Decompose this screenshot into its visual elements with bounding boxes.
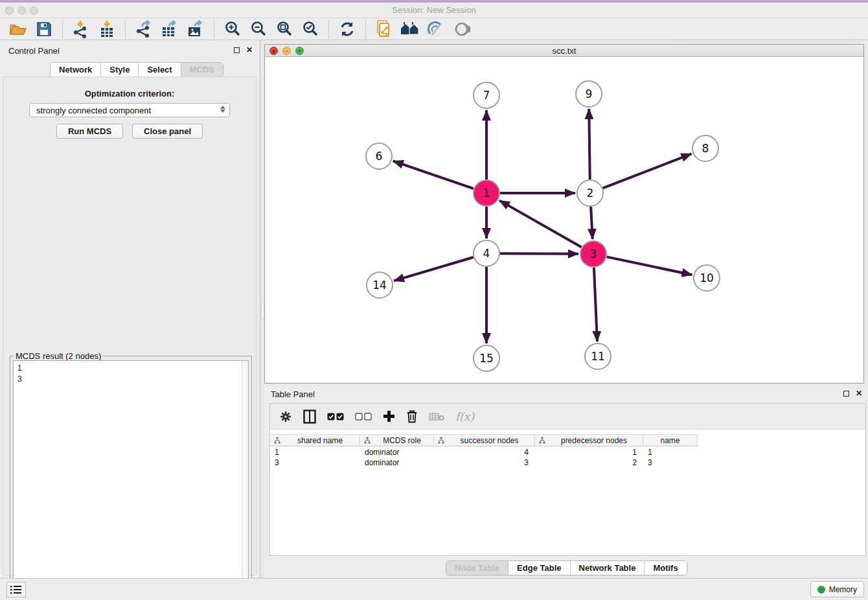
graph-node-label: 7 [483, 89, 490, 102]
export-image-icon[interactable] [186, 19, 205, 39]
table-row[interactable]: 1 dominator 4 1 1 [270, 447, 865, 457]
result-scrollbar[interactable] [242, 361, 248, 599]
close-table-panel-icon[interactable]: ✕ [856, 389, 862, 398]
graph-node-label: 14 [372, 279, 387, 292]
open-folder-icon[interactable] [8, 19, 28, 39]
graph-edge-4-3[interactable] [500, 253, 578, 254]
control-panel-tabs: Network Style Select MCDS [50, 62, 223, 77]
vertical-splitter[interactable] [260, 40, 264, 578]
cell-name[interactable]: 1 [643, 447, 698, 457]
delete-table-icon [429, 412, 444, 421]
zoom-out-icon[interactable] [249, 19, 268, 39]
cell-predecessor-nodes[interactable]: 2 [535, 457, 643, 468]
graph-node-label: 8 [702, 142, 709, 155]
tab-network[interactable]: Network [51, 63, 100, 76]
tab-motifs[interactable]: Motifs [644, 561, 686, 575]
mcds-result-textarea[interactable]: 1 3 [13, 360, 249, 600]
zoom-fit-icon[interactable] [275, 19, 294, 39]
toolbar-separator [328, 20, 329, 38]
graph-edge-2-3[interactable] [591, 207, 593, 239]
export-network-icon[interactable] [134, 19, 154, 39]
export-table-icon[interactable] [160, 19, 179, 39]
graph-edge-3-1[interactable] [499, 200, 582, 247]
memory-status-dot [817, 586, 825, 594]
main-toolbar [0, 18, 868, 40]
save-icon[interactable] [34, 19, 54, 39]
tab-style[interactable]: Style [100, 63, 138, 76]
cell-successor-nodes[interactable]: 3 [434, 457, 535, 468]
optimization-criterion-select[interactable]: strongly connected component [29, 103, 230, 117]
column-type-icon [438, 437, 444, 444]
mcds-result-text: 1 3 [17, 363, 22, 385]
control-panel-header: Control Panel ✕ [0, 40, 260, 60]
column-header-name[interactable]: name [643, 435, 698, 446]
cell-successor-nodes[interactable]: 4 [434, 447, 535, 457]
float-panel-icon[interactable] [234, 47, 240, 53]
network-window-title: scc.txt [265, 46, 863, 56]
network-from-selection-icon[interactable] [374, 19, 394, 39]
table-row[interactable]: 3 dominator 3 2 3 [270, 457, 865, 468]
graph-edge-4-14[interactable] [394, 257, 474, 281]
graph-edge-3-11[interactable] [594, 268, 597, 341]
tab-edge-table[interactable]: Edge Table [508, 561, 569, 575]
tab-network-table[interactable]: Network Table [570, 561, 645, 575]
column-header-mcds-role[interactable]: MCDS role [360, 435, 434, 446]
column-type-icon [539, 437, 545, 444]
select-all-icon[interactable] [327, 413, 344, 421]
close-panel-icon[interactable]: ✕ [246, 45, 253, 54]
column-header-shared-name[interactable]: shared name [270, 435, 360, 446]
vizmap-hide-icon[interactable] [426, 19, 446, 39]
graph-edge-1-6[interactable] [393, 161, 474, 189]
graph-node-label: 3 [590, 248, 597, 260]
cell-mcds-role[interactable]: dominator [360, 447, 434, 457]
tab-mcds[interactable]: MCDS [181, 63, 223, 76]
deselect-all-icon[interactable] [355, 413, 372, 421]
add-column-icon[interactable] [383, 410, 395, 422]
optimization-criterion-label: Optimization criterion: [3, 89, 256, 98]
run-mcds-button[interactable]: Run MCDS [56, 124, 123, 139]
import-table-icon[interactable] [97, 19, 117, 39]
table-header: shared name MCDS role successor nodes pr… [270, 434, 698, 446]
titlebar: Session: New Session [0, 3, 868, 18]
network-window-titlebar[interactable]: x − + scc.txt [265, 45, 863, 57]
mcds-panel-body: Optimization criterion: strongly connect… [3, 76, 257, 575]
memory-button[interactable]: Memory [810, 581, 864, 597]
column-header-successor-nodes[interactable]: successor nodes [434, 435, 535, 446]
close-panel-button[interactable]: Close panel [132, 124, 203, 139]
cell-predecessor-nodes[interactable]: 1 [535, 447, 643, 457]
refresh-icon[interactable] [337, 19, 357, 39]
graph-node-label: 4 [483, 247, 490, 260]
cell-name[interactable]: 3 [643, 457, 698, 468]
eye-icon[interactable] [452, 19, 472, 39]
table-body: 1 dominator 4 1 1 3 dominator 3 2 3 [270, 447, 865, 468]
control-panel-title: Control Panel [8, 46, 60, 56]
window-title: Session: New Session [0, 5, 868, 15]
network-canvas[interactable]: 1234678910111415 [265, 58, 863, 383]
dropdown-stepper-icon [220, 106, 225, 113]
cell-mcds-role[interactable]: dominator [360, 457, 434, 468]
network-graph[interactable]: 1234678910111415 [265, 58, 863, 383]
graph-node-label: 2 [587, 187, 594, 200]
toolbar-separator [214, 20, 214, 38]
dropdown-value: strongly connected component [36, 106, 151, 115]
zoom-in-icon[interactable] [223, 19, 242, 39]
graph-edge-2-8[interactable] [603, 154, 692, 188]
tab-node-table[interactable]: Node Table [446, 561, 508, 575]
cell-shared-name[interactable]: 3 [270, 457, 360, 468]
tab-select[interactable]: Select [138, 63, 180, 76]
graph-edge-2-9[interactable] [589, 109, 589, 179]
cell-shared-name[interactable]: 1 [270, 447, 360, 457]
float-table-panel-icon[interactable] [843, 391, 849, 397]
graph-node-label: 6 [376, 150, 383, 163]
zoom-selected-icon[interactable] [301, 19, 320, 39]
gear-icon[interactable] [279, 410, 292, 423]
column-header-predecessor-nodes[interactable]: predecessor nodes [535, 435, 643, 446]
graph-edge-3-10[interactable] [607, 257, 692, 275]
table-panel-title: Table Panel [271, 389, 315, 399]
task-history-button[interactable] [6, 582, 26, 597]
import-network-icon[interactable] [71, 19, 91, 39]
home-icon[interactable] [400, 19, 420, 39]
toolbar-separator [125, 20, 126, 38]
columns-icon[interactable] [303, 410, 316, 424]
delete-icon[interactable] [406, 410, 418, 423]
